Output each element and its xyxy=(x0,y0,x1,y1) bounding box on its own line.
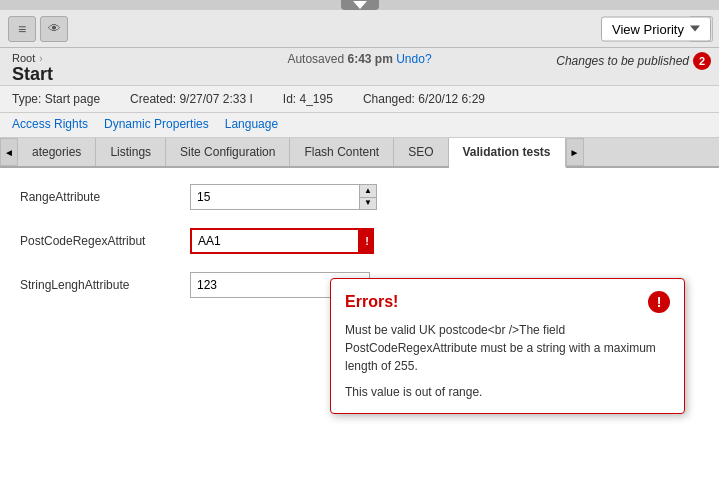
error-popup-body: Must be valid UK postcode<br />The field… xyxy=(345,321,670,401)
autosaved-time: 6:43 pm xyxy=(347,52,392,66)
error-message-2: This value is out of range. xyxy=(345,383,670,401)
page-links: Access Rights Dynamic Properties Languag… xyxy=(0,113,719,138)
postcode-input-wrap: ! xyxy=(190,228,374,254)
changes-badge: 2 xyxy=(693,52,711,70)
range-attribute-field: RangeAttribute ▲ ▼ xyxy=(20,184,699,210)
changes-badge-area: Changes to be published 2 xyxy=(556,52,711,70)
postcode-field: PostCodeRegexAttribut ! xyxy=(20,228,699,254)
view-priority-button[interactable]: View Priority xyxy=(601,16,711,41)
range-attribute-input[interactable] xyxy=(190,184,360,210)
list-view-button[interactable]: ≡ xyxy=(8,16,36,42)
tab-validation-tests[interactable]: Validation tests xyxy=(449,138,566,168)
tab-site-configuration-label: Site Configuration xyxy=(180,145,275,159)
autosave-bar: Autosaved 6:43 pm Undo? xyxy=(287,52,431,66)
tabs-bar: ◄ ategories Listings Site Configuration … xyxy=(0,138,719,168)
tab-flash-content[interactable]: Flash Content xyxy=(290,138,394,166)
postcode-input[interactable] xyxy=(190,228,360,254)
error-indicator: ! xyxy=(360,228,374,254)
error-message-1: Must be valid UK postcode<br />The field… xyxy=(345,321,670,375)
tab-seo[interactable]: SEO xyxy=(394,138,448,166)
tab-listings-label: Listings xyxy=(110,145,151,159)
tab-validation-tests-label: Validation tests xyxy=(463,145,551,159)
eye-icon: 👁 xyxy=(48,21,61,36)
page-info: Type: Start page Created: 9/27/07 2:33 I… xyxy=(0,86,719,113)
top-toolbar: ≡ 👁 📄 View Priority xyxy=(0,10,719,48)
tab-scroll-left[interactable]: ◄ xyxy=(0,138,18,166)
tab-site-configuration[interactable]: Site Configuration xyxy=(166,138,290,166)
preview-button[interactable]: 👁 xyxy=(40,16,68,42)
top-drop-handle[interactable] xyxy=(341,0,379,10)
language-link[interactable]: Language xyxy=(225,117,278,131)
range-attribute-label: RangeAttribute xyxy=(20,190,190,204)
undo-link[interactable]: Undo? xyxy=(396,52,431,66)
changes-text: Changes to be published xyxy=(556,54,689,68)
postcode-label: PostCodeRegexAttribut xyxy=(20,234,190,248)
page-header: Root › Start Autosaved 6:43 pm Undo? Cha… xyxy=(0,48,719,86)
view-priority-label: View Priority xyxy=(612,21,684,36)
error-circle-icon: ! xyxy=(648,291,670,313)
spin-up-button[interactable]: ▲ xyxy=(360,185,376,198)
content-area: Root › Start Autosaved 6:43 pm Undo? Cha… xyxy=(0,48,719,503)
error-popup: Errors! ! Must be valid UK postcode<br /… xyxy=(330,278,685,414)
tab-listings[interactable]: Listings xyxy=(96,138,166,166)
error-popup-header: Errors! ! xyxy=(345,291,670,313)
range-attribute-input-wrap: ▲ ▼ xyxy=(190,184,377,210)
tab-scroll-right[interactable]: ► xyxy=(566,138,584,166)
page-id: Id: 4_195 xyxy=(283,92,333,106)
page-changed: Changed: 6/20/12 6:29 xyxy=(363,92,485,106)
tab-seo-label: SEO xyxy=(408,145,433,159)
error-popup-title: Errors! xyxy=(345,293,398,311)
chevron-down-icon xyxy=(690,26,700,32)
range-attribute-spinner: ▲ ▼ xyxy=(360,184,377,210)
tab-flash-content-label: Flash Content xyxy=(304,145,379,159)
dynamic-properties-link[interactable]: Dynamic Properties xyxy=(104,117,209,131)
access-rights-link[interactable]: Access Rights xyxy=(12,117,88,131)
autosaved-label: Autosaved xyxy=(287,52,344,66)
main-content: RangeAttribute ▲ ▼ PostCodeRegexAttribut… xyxy=(0,168,719,503)
list-icon: ≡ xyxy=(18,21,26,37)
string-length-label: StringLenghAttribute xyxy=(20,278,190,292)
tab-categories-label: ategories xyxy=(32,145,81,159)
spin-down-button[interactable]: ▼ xyxy=(360,198,376,210)
page-type: Type: Start page xyxy=(12,92,100,106)
breadcrumb-root: Root xyxy=(12,52,35,64)
page-created: Created: 9/27/07 2:33 I xyxy=(130,92,253,106)
tab-categories[interactable]: ategories xyxy=(18,138,96,166)
breadcrumb-arrow-icon: › xyxy=(39,53,42,64)
